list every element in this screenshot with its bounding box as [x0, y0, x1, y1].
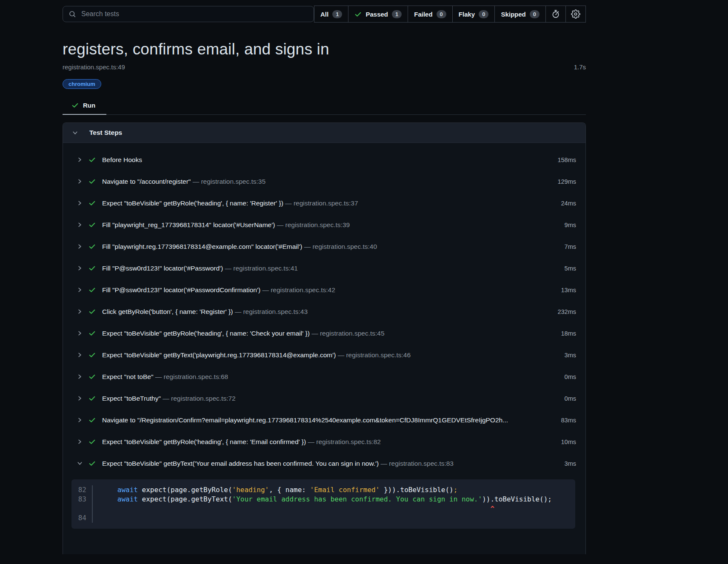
- filter-count-badge: 1: [392, 10, 402, 18]
- test-total-duration: 1.7s: [574, 63, 586, 71]
- line-number: 82: [71, 485, 92, 495]
- test-step-row[interactable]: Expect "toBeTruthy" — registration.spec.…: [63, 387, 585, 409]
- test-step-row[interactable]: Fill "P@ssw0rd123!" locator('#Password')…: [63, 257, 585, 279]
- filter-failed[interactable]: Failed0: [408, 6, 453, 23]
- filter-label: Flaky: [459, 11, 475, 18]
- test-file-location: registration.spec.ts:49: [63, 63, 125, 71]
- chevron-right-icon: [76, 243, 83, 250]
- step-duration: 13ms: [561, 287, 576, 293]
- step-location: — registration.spec.ts:45: [311, 330, 384, 337]
- chevron-right-icon: [76, 395, 83, 402]
- test-step-row[interactable]: Before Hooks 158ms: [63, 149, 585, 171]
- search-box[interactable]: [63, 6, 314, 22]
- test-step-row[interactable]: Expect "toBeVisible" getByRole('heading'…: [63, 322, 585, 344]
- step-title: Expect "toBeVisible" getByRole('heading'…: [102, 438, 554, 446]
- test-steps-header[interactable]: Test Steps: [63, 123, 585, 143]
- chevron-right-icon: [76, 439, 83, 445]
- step-location: — registration.spec.ts:39: [277, 221, 350, 228]
- step-duration: 232ms: [557, 308, 576, 315]
- tab-run[interactable]: Run: [63, 99, 106, 114]
- test-step-row[interactable]: Fill "playwright.reg.1773968178314@examp…: [63, 236, 585, 257]
- step-title: Expect "toBeVisible" getByRole('heading'…: [102, 199, 554, 207]
- step-location: — registration.spec.ts:37: [285, 199, 358, 207]
- timer-button[interactable]: [545, 6, 566, 23]
- steps-list: Before Hooks 158ms Navigate to "/account…: [63, 143, 585, 474]
- filter-all[interactable]: All1: [314, 6, 348, 23]
- chevron-right-icon: [76, 352, 83, 359]
- test-header: registers, confirms email, and signs in …: [63, 40, 586, 115]
- timer-icon: [551, 9, 560, 19]
- chevron-right-icon: [76, 373, 83, 380]
- step-location: — registration.spec.ts:82: [308, 438, 381, 445]
- test-steps-panel: Test Steps Before Hooks 158ms Navigate t…: [63, 122, 586, 554]
- step-location: — registration.spec.ts:72: [163, 395, 235, 402]
- passed-check-icon: [89, 221, 96, 228]
- step-location: — registration.spec.ts:42: [262, 286, 335, 293]
- chevron-right-icon: [76, 417, 83, 424]
- search-input[interactable]: [80, 10, 308, 18]
- chevron-right-icon: [76, 157, 83, 163]
- page-title: registers, confirms email, and signs in: [63, 40, 586, 58]
- code-line: 83 await expect(page.getByText('Your ema…: [71, 495, 575, 504]
- step-title: Expect "toBeVisible" getByRole('heading'…: [102, 330, 554, 337]
- step-duration: 129ms: [557, 178, 576, 185]
- step-location: — registration.spec.ts:40: [304, 243, 377, 250]
- gear-icon: [571, 9, 580, 19]
- test-step-row[interactable]: Expect "toBeVisible" getByRole('heading'…: [63, 431, 585, 453]
- test-step-row[interactable]: Fill "playwright_reg_1773968178314" loca…: [63, 214, 585, 236]
- project-badge-chromium[interactable]: chromium: [63, 79, 101, 89]
- step-duration: 3ms: [565, 460, 576, 467]
- step-duration: 5ms: [565, 265, 576, 272]
- filter-flaky[interactable]: Flaky0: [452, 6, 495, 23]
- check-icon: [71, 102, 79, 109]
- test-step-row[interactable]: Navigate to "/Registration/Confirm?email…: [63, 409, 585, 431]
- test-step-row[interactable]: Navigate to "/account/register" — regist…: [63, 171, 585, 192]
- chevron-down-icon: [76, 460, 83, 467]
- settings-button[interactable]: [565, 6, 586, 23]
- gutter-divider: [92, 513, 93, 523]
- filter-count-badge: 1: [332, 10, 342, 18]
- passed-check-icon: [89, 199, 96, 207]
- step-duration: 3ms: [565, 352, 576, 359]
- passed-check-icon: [89, 156, 96, 163]
- passed-check-icon: [89, 286, 96, 293]
- chevron-right-icon: [76, 330, 83, 337]
- test-step-row[interactable]: Fill "P@ssw0rd123!" locator('#PasswordCo…: [63, 279, 585, 301]
- search-icon: [69, 10, 76, 18]
- filter-group: All1Passed1Failed0Flaky0Skipped0: [314, 6, 586, 23]
- step-title: Fill "playwright_reg_1773968178314" loca…: [102, 221, 558, 229]
- code-snippet: 82 await expect(page.getByRole('heading'…: [71, 479, 575, 529]
- chevron-right-icon: [76, 178, 83, 185]
- test-step-row[interactable]: Expect "not toBe" — registration.spec.ts…: [63, 366, 585, 387]
- chevron-right-icon: [76, 287, 83, 293]
- step-title: Expect "toBeTruthy" — registration.spec.…: [102, 395, 558, 402]
- step-title: Fill "P@ssw0rd123!" locator('#Password')…: [102, 265, 558, 272]
- filter-skipped[interactable]: Skipped0: [494, 6, 546, 23]
- passed-check-icon: [89, 243, 96, 250]
- filter-count-badge: 0: [479, 10, 488, 18]
- passed-check-icon: [89, 351, 96, 359]
- step-duration: 158ms: [557, 157, 576, 163]
- test-step-row[interactable]: Click getByRole('button', { name: 'Regis…: [63, 301, 585, 322]
- code-line: ^: [71, 504, 575, 513]
- filter-label: Skipped: [501, 11, 525, 18]
- step-location: — registration.spec.ts:46: [338, 351, 411, 359]
- chevron-right-icon: [76, 200, 83, 207]
- filter-count-badge: 0: [530, 10, 540, 18]
- filter-passed[interactable]: Passed1: [348, 6, 408, 23]
- step-duration: 24ms: [561, 200, 576, 207]
- step-location: — registration.spec.ts:43: [235, 308, 308, 315]
- passed-check-icon: [89, 395, 96, 402]
- tab-bar: Run: [63, 99, 586, 115]
- top-toolbar: All1Passed1Failed0Flaky0Skipped0: [63, 0, 586, 23]
- test-step-row[interactable]: Expect "toBeVisible" getByRole('heading'…: [63, 192, 585, 214]
- chevron-right-icon: [76, 222, 83, 228]
- tab-run-label: Run: [83, 102, 95, 109]
- passed-check-icon: [89, 308, 96, 315]
- filter-count-badge: 0: [437, 10, 446, 18]
- step-title: Expect "not toBe" — registration.spec.ts…: [102, 373, 558, 381]
- step-title: Before Hooks: [102, 156, 551, 164]
- test-step-row[interactable]: Expect "toBeVisible" getByText('playwrig…: [63, 344, 585, 366]
- test-step-row[interactable]: Expect "toBeVisible" getByText('Your ema…: [63, 453, 585, 474]
- chevron-down-icon: [71, 129, 78, 136]
